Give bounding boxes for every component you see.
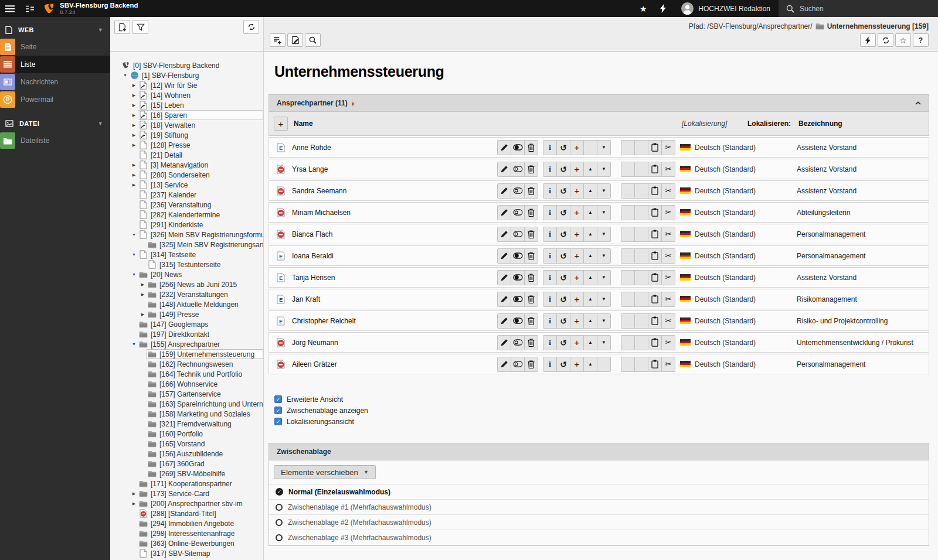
cut-button[interactable]: ✂ <box>661 227 675 242</box>
tree-node-inner[interactable]: [1] SBV-Flensburg <box>129 70 263 80</box>
folder-icon[interactable] <box>147 449 157 459</box>
tree-node-inner[interactable]: [13] Service <box>138 180 263 190</box>
folder-icon[interactable] <box>147 439 157 449</box>
history-button[interactable]: ↺ <box>556 162 570 177</box>
tree-node-0[interactable]: [0] SBV-Flensburg Backend <box>110 60 263 70</box>
pagetree-toggle-button[interactable] <box>20 0 40 17</box>
folder-icon[interactable] <box>138 270 148 279</box>
history-button[interactable]: ↺ <box>556 335 570 350</box>
record-hidden-icon[interactable] <box>277 186 286 196</box>
move-up-button[interactable]: ▲ <box>583 205 597 220</box>
tree-node-291[interactable]: [291] Kinderkiste <box>110 220 263 230</box>
move-up-button[interactable]: ▲ <box>583 162 597 177</box>
tree-node-173[interactable]: ▶[173] Service-Card <box>110 489 263 498</box>
tree-node-inner[interactable]: [232] Veranstaltungen <box>147 289 263 299</box>
info-button[interactable]: i <box>543 227 557 242</box>
caret-right-icon[interactable]: ▶ <box>130 123 138 128</box>
page-icon[interactable] <box>138 190 148 200</box>
history-button[interactable]: ↺ <box>556 205 570 220</box>
caret-down-icon[interactable]: ▼ <box>130 342 138 346</box>
history-button[interactable]: ↺ <box>556 313 570 329</box>
tree-node-167[interactable]: [167] 360Grad <box>110 459 263 469</box>
edit-button[interactable] <box>497 335 511 350</box>
caret-right-icon[interactable]: ▶ <box>130 113 138 118</box>
tree-node-inner[interactable]: [314] Testseite <box>138 250 263 259</box>
tree-node-inner[interactable]: [237] Kalender <box>138 190 263 200</box>
move-up-button[interactable]: ▲ <box>583 227 597 242</box>
info-button[interactable]: i <box>543 357 557 372</box>
edit-button[interactable] <box>497 205 511 220</box>
folder-icon[interactable] <box>147 300 157 309</box>
tree-node-165[interactable]: [165] Vorstand <box>110 439 263 449</box>
tree-node-inner[interactable]: [288] [Standard-Titel] <box>138 508 263 518</box>
copy-button[interactable] <box>648 357 662 372</box>
cut-button[interactable]: ✂ <box>661 205 675 220</box>
new-after-button[interactable]: + <box>570 335 584 350</box>
folder-icon[interactable] <box>138 320 148 329</box>
tree-node-inner[interactable]: [291] Kinderkiste <box>138 220 263 230</box>
folder-icon[interactable] <box>147 370 157 379</box>
tree-node-256[interactable]: ▶[256] News ab Juni 2015 <box>110 279 263 289</box>
tree-node-inner[interactable]: [165] Vorstand <box>147 439 263 449</box>
tree-node-197[interactable]: [197] Direktkontakt <box>110 329 263 339</box>
unhide-button[interactable] <box>511 183 525 199</box>
tree-node-inner[interactable]: [16] Sparen <box>138 110 263 120</box>
tree-node-12[interactable]: ▶[12] Wir für Sie <box>110 80 263 90</box>
option-erweiterte-ansicht[interactable]: ✓Erweiterte Ansicht <box>274 394 929 405</box>
tree-node-inner[interactable]: [315] Testunterseite <box>147 259 263 269</box>
delete-button[interactable] <box>524 183 538 199</box>
tree-node-inner[interactable]: [15] Leben <box>138 100 263 110</box>
page-icon[interactable] <box>147 260 157 269</box>
page-icon[interactable] <box>138 180 148 190</box>
filter-button[interactable] <box>132 20 148 34</box>
tree-node-inner[interactable]: [321] Fremdverwaltung <box>147 419 263 429</box>
folder-icon[interactable] <box>138 519 148 528</box>
history-button[interactable]: ↺ <box>556 183 570 199</box>
delete-button[interactable] <box>524 140 538 155</box>
copy-button[interactable] <box>648 292 662 307</box>
edit-button[interactable] <box>497 248 511 264</box>
tree-node-282[interactable]: [282] Kalendertermine <box>110 210 263 220</box>
tree-node-inner[interactable]: [171] Kooperationspartner <box>138 479 263 489</box>
folder-icon[interactable] <box>138 529 148 538</box>
tree-node-inner[interactable]: [167] 360Grad <box>147 459 263 469</box>
tree-node-317[interactable]: [317] SBV-Sitemap <box>110 548 263 558</box>
hide-button[interactable] <box>511 292 525 307</box>
move-down-button[interactable]: ▼ <box>597 313 611 329</box>
tree-node-inner[interactable]: [363] Online-Bewerbungen <box>138 538 263 548</box>
search-bar[interactable]: Suchen <box>779 0 938 17</box>
move-down-button[interactable]: ▼ <box>597 140 611 155</box>
folder-icon[interactable] <box>147 399 157 409</box>
module-group-web[interactable]: WEB▼ <box>0 22 110 38</box>
tree-node-166[interactable]: [166] Wohnservice <box>110 379 263 389</box>
tree-node-inner[interactable]: [236] Veranstaltung <box>138 200 263 210</box>
record-icon[interactable]: E <box>277 295 286 304</box>
cut-button[interactable]: ✂ <box>661 357 675 372</box>
new-after-button[interactable]: + <box>570 313 584 329</box>
sidebar-item-liste[interactable]: Liste <box>0 56 110 73</box>
tree-node-18[interactable]: ▶[18] Verwalten <box>110 120 263 130</box>
add-record-button[interactable]: + <box>274 117 288 131</box>
page-shortcut-icon[interactable] <box>138 101 148 110</box>
tree-node-inner[interactable]: [160] Portfolio <box>147 429 263 439</box>
move-down-button[interactable]: ▼ <box>597 227 611 242</box>
tree-node-237[interactable]: [237] Kalender <box>110 190 263 200</box>
delete-button[interactable] <box>524 357 538 372</box>
move-down-button[interactable]: ▼ <box>597 270 611 285</box>
record-hidden-icon[interactable] <box>277 338 286 347</box>
bookmark-button[interactable]: ★ <box>633 0 653 17</box>
tree-node-inner[interactable]: [326] Mein SBV Registrierungsformular <box>138 230 263 240</box>
page-icon[interactable] <box>138 161 148 170</box>
delete-button[interactable] <box>524 292 538 307</box>
caret-right-icon[interactable]: ▶ <box>130 93 138 98</box>
unhide-button[interactable] <box>511 227 525 242</box>
folder-icon[interactable] <box>138 479 148 489</box>
tree-node-19[interactable]: ▶[19] Stiftung <box>110 130 263 140</box>
tree-node-158[interactable]: [158] Marketing und Soziales <box>110 409 263 419</box>
unhide-button[interactable] <box>511 162 525 177</box>
caret-right-icon[interactable]: ▶ <box>130 183 138 187</box>
clipboard-mode-normal[interactable]: ✓Normal (Einzelauswahlmodus) <box>269 484 929 500</box>
new-after-button[interactable]: + <box>570 357 584 372</box>
user-menu[interactable]: HOCHZWEI Redaktion <box>673 0 779 17</box>
history-button[interactable]: ↺ <box>556 292 570 307</box>
